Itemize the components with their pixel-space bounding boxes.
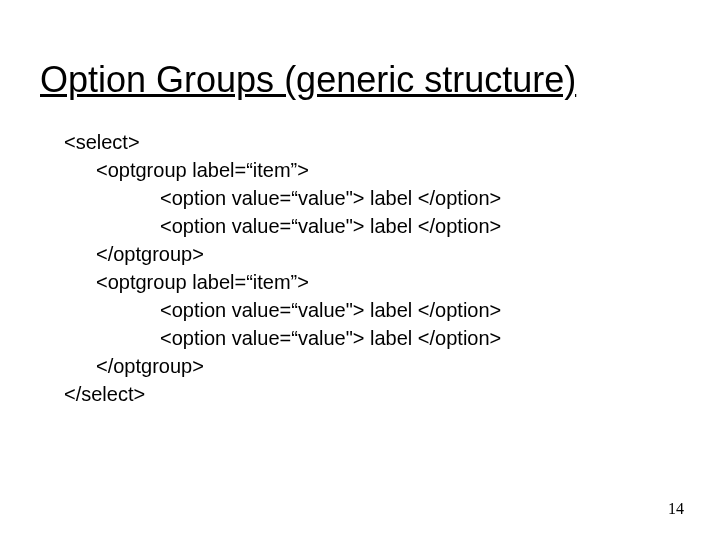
code-line: </optgroup> — [96, 352, 680, 380]
code-line: <optgroup label=“item”> — [96, 268, 680, 296]
code-example: <select> <optgroup label=“item”> <option… — [64, 128, 680, 408]
code-line: </optgroup> — [96, 240, 680, 268]
code-line: <option value=“value"> label </option> — [160, 184, 680, 212]
code-line: <option value=“value"> label </option> — [160, 212, 680, 240]
code-line: </select> — [64, 380, 680, 408]
code-line: <select> — [64, 128, 680, 156]
slide: Option Groups (generic structure) <selec… — [0, 0, 720, 540]
code-line: <option value=“value"> label </option> — [160, 296, 680, 324]
page-number: 14 — [668, 500, 684, 518]
slide-title: Option Groups (generic structure) — [40, 60, 680, 100]
code-line: <optgroup label=“item”> — [96, 156, 680, 184]
code-line: <option value=“value"> label </option> — [160, 324, 680, 352]
